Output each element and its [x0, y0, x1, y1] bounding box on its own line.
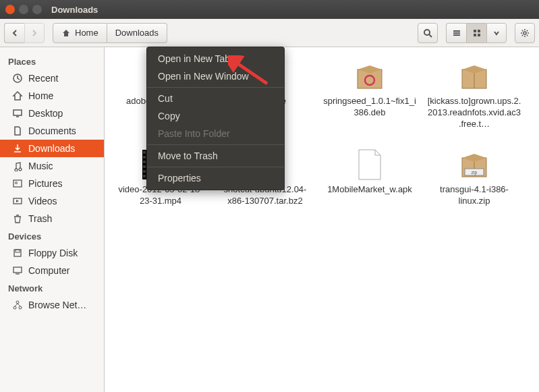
home-icon [12, 90, 23, 101]
context-properties[interactable]: Properties [147, 169, 284, 187]
sidebar-item-floppy[interactable]: Floppy Disk [0, 244, 104, 262]
view-dropdown-button[interactable] [486, 23, 507, 43]
deb-icon [349, 59, 390, 93]
sidebar-item-label: Videos [28, 196, 57, 206]
file-label: [kickass.to]grown.ups.2.2013.readnfots.x… [427, 96, 521, 130]
sidebar-item-pictures[interactable]: Pictures [0, 175, 104, 192]
maximize-icon[interactable] [32, 5, 42, 14]
svg-rect-39 [143, 161, 146, 163]
sidebar-item-downloads[interactable]: Downloads [0, 140, 104, 157]
search-button[interactable] [418, 23, 438, 43]
svg-point-14 [16, 182, 18, 184]
file-label: springseed_1.0.1~fix1_i386.deb [322, 96, 417, 119]
window-title: Downloads [51, 5, 98, 15]
breadcrumb-current[interactable]: Downloads [107, 23, 167, 43]
sidebar-item-documents[interactable]: Documents [0, 122, 104, 140]
context-separator [147, 144, 284, 145]
svg-rect-18 [13, 267, 22, 273]
network-icon [12, 300, 23, 310]
file-item[interactable]: 1MobileMarket_w.apk [319, 145, 420, 210]
svg-rect-11 [13, 110, 22, 115]
sidebar-item-desktop[interactable]: Desktop [0, 105, 104, 122]
breadcrumb-home[interactable]: Home [53, 23, 107, 43]
svg-text:zip: zip [472, 170, 478, 175]
list-icon [452, 28, 461, 38]
settings-button[interactable] [515, 23, 535, 43]
sidebar-item-home[interactable]: Home [0, 87, 104, 105]
floppy-icon [12, 248, 23, 258]
sidebar-item-computer[interactable]: Computer [0, 262, 104, 279]
music-icon [12, 161, 23, 171]
file-item[interactable]: [kickass.to]grown.ups.2.2013.readnfots.x… [424, 57, 525, 133]
svg-point-9 [523, 32, 526, 34]
svg-rect-13 [13, 180, 22, 187]
sidebar-item-label: Music [28, 161, 53, 171]
archive-icon [454, 59, 494, 93]
grid-icon [472, 28, 482, 38]
file-label: transgui-4.1-i386-linux.zip [427, 184, 521, 207]
pictures-icon [12, 178, 23, 189]
context-paste-into-folder: Paste Into Folder [147, 125, 284, 142]
trash-icon [12, 213, 23, 224]
back-button[interactable] [4, 23, 24, 43]
sidebar-item-label: Downloads [28, 143, 75, 154]
sidebar-item-label: Computer [28, 265, 69, 276]
places-header: Places [0, 53, 104, 69]
svg-rect-37 [143, 151, 146, 154]
minimize-icon[interactable] [19, 5, 28, 14]
svg-point-22 [16, 301, 19, 304]
file-item[interactable]: springseed_1.0.1~fix1_i386.deb [319, 57, 420, 133]
svg-point-21 [19, 306, 22, 309]
gear-icon [520, 28, 530, 38]
svg-rect-8 [478, 34, 480, 36]
sidebar-item-label: Trash [28, 213, 52, 224]
sidebar-item-videos[interactable]: Videos [0, 192, 104, 210]
sidebar-item-label: Recent [28, 73, 58, 84]
context-menu: Open in New Tab Open in New Window Cut C… [146, 47, 285, 190]
close-icon[interactable] [5, 5, 15, 14]
svg-rect-41 [143, 170, 146, 173]
sidebar-item-label: Desktop [28, 108, 63, 119]
network-header: Network [0, 279, 104, 296]
file-item[interactable]: ziptransgui-4.1-i386-linux.zip [424, 145, 525, 210]
context-separator [147, 87, 284, 88]
context-open-new-tab[interactable]: Open in New Tab [147, 50, 284, 67]
file-label: 1MobileMarket_w.apk [327, 184, 412, 196]
sidebar-item-trash[interactable]: Trash [0, 210, 104, 227]
devices-header: Devices [0, 227, 104, 244]
sidebar-item-label: Documents [28, 125, 76, 136]
toolbar: Home Downloads [0, 19, 539, 47]
context-move-to-trash[interactable]: Move to Trash [147, 147, 284, 165]
svg-line-1 [429, 34, 432, 37]
icon-view-button[interactable] [466, 23, 486, 43]
desktop-icon [12, 108, 23, 119]
svg-rect-5 [474, 30, 476, 32]
home-icon [61, 28, 71, 38]
sidebar-item-label: Pictures [28, 178, 63, 189]
view-mode-group [446, 23, 507, 43]
forward-button[interactable] [24, 23, 45, 43]
context-copy[interactable]: Copy [147, 107, 284, 125]
sidebar-item-browse-network[interactable]: Browse Net… [0, 296, 104, 314]
breadcrumb: Home Downloads [53, 23, 167, 43]
nav-group [4, 23, 45, 43]
computer-icon [12, 265, 23, 276]
svg-rect-7 [474, 34, 476, 36]
svg-rect-42 [143, 175, 146, 177]
context-open-new-window[interactable]: Open in New Window [147, 67, 284, 85]
svg-rect-38 [143, 156, 146, 159]
list-view-button[interactable] [446, 23, 466, 43]
zip-icon: zip [454, 148, 494, 181]
clock-icon [12, 73, 23, 84]
chevron-down-icon [493, 30, 500, 36]
sidebar-item-label: Browse Net… [28, 300, 86, 310]
context-separator [147, 167, 284, 167]
file-icon [349, 148, 390, 181]
svg-point-20 [13, 306, 16, 309]
context-cut[interactable]: Cut [147, 90, 284, 107]
sidebar-item-recent[interactable]: Recent [0, 69, 104, 87]
svg-point-0 [424, 30, 430, 35]
svg-rect-6 [478, 30, 480, 32]
sidebar-item-music[interactable]: Music [0, 157, 104, 175]
document-icon [12, 125, 23, 136]
